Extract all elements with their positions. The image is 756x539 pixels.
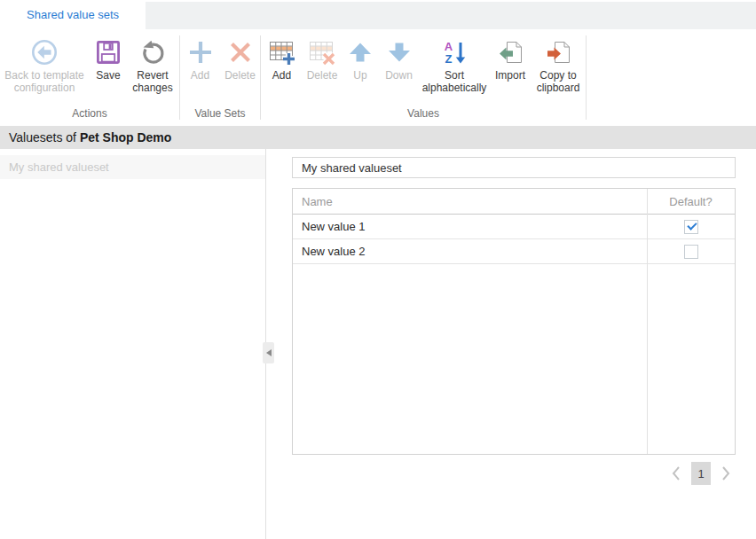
ribbon: Back to template configuration Save — [0, 29, 756, 126]
valueset-name-input[interactable] — [292, 157, 736, 178]
valuesets-header-prefix: Valuesets of — [9, 130, 76, 145]
import-icon — [497, 38, 524, 66]
value-sets-delete-button[interactable]: Delete — [220, 38, 260, 107]
column-divider — [647, 189, 648, 454]
ribbon-group-label-actions: Actions — [0, 107, 179, 126]
back-to-template-configuration-button[interactable]: Back to template configuration — [0, 38, 89, 107]
tab-strip: Shared value sets — [0, 0, 756, 29]
values-delete-button[interactable]: Delete — [303, 38, 342, 107]
table-row[interactable]: New value 1 — [293, 215, 735, 239]
save-icon — [95, 38, 122, 66]
previous-page-button[interactable] — [666, 462, 686, 485]
ribbon-group-values: Add Delete — [261, 29, 586, 126]
values-table-header: Name Default? — [293, 189, 735, 215]
collapse-left-icon — [266, 349, 272, 356]
values-up-button[interactable]: Up — [342, 38, 379, 107]
copy-clipboard-icon — [545, 38, 571, 66]
tab-strip-background — [145, 2, 756, 29]
svg-text:A: A — [445, 40, 453, 53]
valuesets-header: Valuesets of Pet Shop Demo — [0, 126, 756, 149]
checkmark-icon — [687, 220, 697, 230]
save-button[interactable]: Save — [89, 38, 128, 107]
value-sets-add-button[interactable]: Add — [180, 38, 220, 107]
column-header-name: Name — [293, 195, 647, 208]
default-checkbox[interactable] — [684, 245, 698, 259]
valueset-detail-panel: Name Default? New value 1 New value 2 1 — [266, 149, 756, 539]
value-name: New value 2 — [293, 245, 647, 258]
current-page[interactable]: 1 — [691, 462, 711, 485]
x-icon — [227, 38, 254, 66]
down-arrow-icon — [386, 38, 413, 66]
import-button[interactable]: Import — [490, 38, 531, 107]
ribbon-group-label-values: Values — [261, 107, 586, 126]
copy-to-clipboard-button[interactable]: Copy to clipboard — [531, 38, 586, 107]
revert-changes-button[interactable]: Revert changes — [128, 38, 177, 107]
panel-collapse-handle[interactable] — [263, 342, 274, 363]
sort-az-icon: A Z — [441, 38, 468, 66]
back-icon — [31, 38, 58, 66]
valuesets-header-name: Pet Shop Demo — [80, 130, 171, 145]
valueset-list-panel: My shared valueset — [0, 149, 266, 539]
sort-alphabetically-button[interactable]: A Z Sort alphabetically — [419, 38, 490, 107]
up-arrow-icon — [347, 38, 374, 66]
next-page-button[interactable] — [716, 462, 736, 485]
value-name: New value 1 — [293, 220, 647, 233]
content: My shared valueset Name Default? New val… — [0, 149, 756, 539]
revert-icon — [139, 38, 166, 66]
tab-shared-value-sets[interactable]: Shared value sets — [0, 0, 146, 29]
ribbon-group-label-value-sets: Value Sets — [180, 107, 260, 126]
table-add-icon — [268, 38, 296, 66]
column-header-default: Default? — [647, 195, 735, 208]
table-row[interactable]: New value 2 — [293, 239, 735, 264]
ribbon-group-actions: Back to template configuration Save — [0, 29, 179, 126]
ribbon-group-value-sets: Add Delete Value Sets — [180, 29, 260, 126]
svg-text:Z: Z — [445, 52, 453, 66]
values-add-button[interactable]: Add — [261, 38, 303, 107]
pagination: 1 — [292, 461, 736, 486]
valueset-list-item[interactable]: My shared valueset — [0, 155, 265, 179]
ribbon-separator — [586, 35, 587, 120]
table-delete-icon — [308, 38, 336, 66]
values-down-button[interactable]: Down — [379, 38, 419, 107]
values-table: Name Default? New value 1 New value 2 — [292, 188, 736, 455]
plus-icon — [187, 38, 214, 66]
default-checkbox[interactable] — [684, 220, 698, 234]
